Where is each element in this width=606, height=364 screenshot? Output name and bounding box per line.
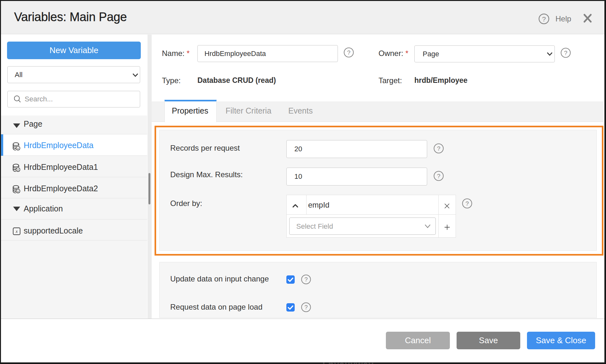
svg-text:?: ? xyxy=(466,200,469,207)
svg-text:x: x xyxy=(17,168,19,171)
svg-text:?: ? xyxy=(437,173,441,179)
svg-text:?: ? xyxy=(437,145,441,152)
svg-text:?: ? xyxy=(347,49,351,56)
svg-text:?: ? xyxy=(304,276,307,283)
svg-text:?: ? xyxy=(542,15,546,23)
svg-text:x: x xyxy=(17,146,19,150)
svg-text:x: x xyxy=(17,189,19,193)
svg-text:?: ? xyxy=(304,304,307,311)
svg-text:?: ? xyxy=(564,50,568,56)
svg-text:x: x xyxy=(15,229,18,234)
